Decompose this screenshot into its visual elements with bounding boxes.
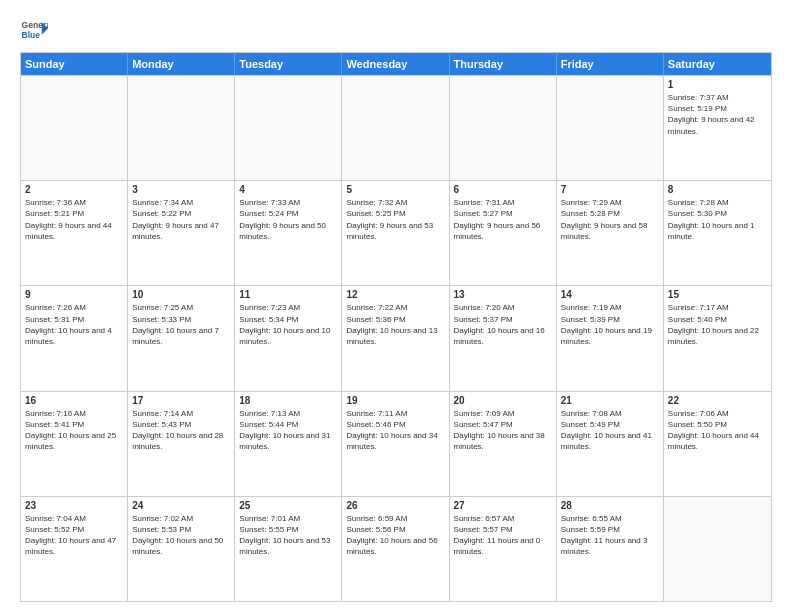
day-number: 16 <box>25 395 123 406</box>
day-info: Sunrise: 7:32 AM Sunset: 5:25 PM Dayligh… <box>346 197 444 242</box>
day-number: 3 <box>132 184 230 195</box>
day-cell-23: 23Sunrise: 7:04 AM Sunset: 5:52 PM Dayli… <box>21 497 128 601</box>
day-info: Sunrise: 7:11 AM Sunset: 5:46 PM Dayligh… <box>346 408 444 453</box>
day-info: Sunrise: 6:57 AM Sunset: 5:57 PM Dayligh… <box>454 513 552 558</box>
day-cell-5: 5Sunrise: 7:32 AM Sunset: 5:25 PM Daylig… <box>342 181 449 285</box>
day-number: 6 <box>454 184 552 195</box>
day-info: Sunrise: 7:14 AM Sunset: 5:43 PM Dayligh… <box>132 408 230 453</box>
day-cell-7: 7Sunrise: 7:29 AM Sunset: 5:28 PM Daylig… <box>557 181 664 285</box>
day-number: 8 <box>668 184 767 195</box>
empty-cell-0-1 <box>128 76 235 180</box>
day-info: Sunrise: 7:25 AM Sunset: 5:33 PM Dayligh… <box>132 302 230 347</box>
calendar-body: 1Sunrise: 7:37 AM Sunset: 5:19 PM Daylig… <box>21 75 771 601</box>
day-cell-8: 8Sunrise: 7:28 AM Sunset: 5:30 PM Daylig… <box>664 181 771 285</box>
day-cell-20: 20Sunrise: 7:09 AM Sunset: 5:47 PM Dayli… <box>450 392 557 496</box>
day-cell-28: 28Sunrise: 6:55 AM Sunset: 5:59 PM Dayli… <box>557 497 664 601</box>
weekday-header-tuesday: Tuesday <box>235 53 342 75</box>
empty-cell-0-0 <box>21 76 128 180</box>
day-number: 23 <box>25 500 123 511</box>
empty-cell-0-4 <box>450 76 557 180</box>
calendar-row-2: 2Sunrise: 7:36 AM Sunset: 5:21 PM Daylig… <box>21 180 771 285</box>
day-number: 15 <box>668 289 767 300</box>
day-info: Sunrise: 7:19 AM Sunset: 5:39 PM Dayligh… <box>561 302 659 347</box>
day-cell-13: 13Sunrise: 7:20 AM Sunset: 5:37 PM Dayli… <box>450 286 557 390</box>
day-number: 24 <box>132 500 230 511</box>
empty-cell-0-2 <box>235 76 342 180</box>
weekday-header-sunday: Sunday <box>21 53 128 75</box>
day-cell-6: 6Sunrise: 7:31 AM Sunset: 5:27 PM Daylig… <box>450 181 557 285</box>
day-cell-1: 1Sunrise: 7:37 AM Sunset: 5:19 PM Daylig… <box>664 76 771 180</box>
day-cell-12: 12Sunrise: 7:22 AM Sunset: 5:36 PM Dayli… <box>342 286 449 390</box>
empty-cell-0-3 <box>342 76 449 180</box>
day-number: 11 <box>239 289 337 300</box>
day-cell-4: 4Sunrise: 7:33 AM Sunset: 5:24 PM Daylig… <box>235 181 342 285</box>
day-info: Sunrise: 7:08 AM Sunset: 5:49 PM Dayligh… <box>561 408 659 453</box>
day-cell-3: 3Sunrise: 7:34 AM Sunset: 5:22 PM Daylig… <box>128 181 235 285</box>
day-cell-26: 26Sunrise: 6:59 AM Sunset: 5:56 PM Dayli… <box>342 497 449 601</box>
calendar-row-5: 23Sunrise: 7:04 AM Sunset: 5:52 PM Dayli… <box>21 496 771 601</box>
empty-cell-0-5 <box>557 76 664 180</box>
day-number: 5 <box>346 184 444 195</box>
day-info: Sunrise: 7:36 AM Sunset: 5:21 PM Dayligh… <box>25 197 123 242</box>
day-cell-19: 19Sunrise: 7:11 AM Sunset: 5:46 PM Dayli… <box>342 392 449 496</box>
day-info: Sunrise: 7:23 AM Sunset: 5:34 PM Dayligh… <box>239 302 337 347</box>
day-info: Sunrise: 7:01 AM Sunset: 5:55 PM Dayligh… <box>239 513 337 558</box>
weekday-header-monday: Monday <box>128 53 235 75</box>
day-info: Sunrise: 7:37 AM Sunset: 5:19 PM Dayligh… <box>668 92 767 137</box>
day-number: 27 <box>454 500 552 511</box>
day-number: 12 <box>346 289 444 300</box>
day-number: 22 <box>668 395 767 406</box>
day-number: 13 <box>454 289 552 300</box>
day-info: Sunrise: 7:13 AM Sunset: 5:44 PM Dayligh… <box>239 408 337 453</box>
day-number: 4 <box>239 184 337 195</box>
day-cell-27: 27Sunrise: 6:57 AM Sunset: 5:57 PM Dayli… <box>450 497 557 601</box>
day-number: 18 <box>239 395 337 406</box>
calendar-row-3: 9Sunrise: 7:26 AM Sunset: 5:31 PM Daylig… <box>21 285 771 390</box>
day-number: 20 <box>454 395 552 406</box>
day-number: 28 <box>561 500 659 511</box>
day-info: Sunrise: 7:04 AM Sunset: 5:52 PM Dayligh… <box>25 513 123 558</box>
calendar: SundayMondayTuesdayWednesdayThursdayFrid… <box>20 52 772 602</box>
day-cell-10: 10Sunrise: 7:25 AM Sunset: 5:33 PM Dayli… <box>128 286 235 390</box>
day-info: Sunrise: 7:28 AM Sunset: 5:30 PM Dayligh… <box>668 197 767 242</box>
day-cell-15: 15Sunrise: 7:17 AM Sunset: 5:40 PM Dayli… <box>664 286 771 390</box>
day-info: Sunrise: 7:34 AM Sunset: 5:22 PM Dayligh… <box>132 197 230 242</box>
day-cell-14: 14Sunrise: 7:19 AM Sunset: 5:39 PM Dayli… <box>557 286 664 390</box>
day-info: Sunrise: 7:22 AM Sunset: 5:36 PM Dayligh… <box>346 302 444 347</box>
day-number: 14 <box>561 289 659 300</box>
day-number: 26 <box>346 500 444 511</box>
day-number: 2 <box>25 184 123 195</box>
empty-cell-4-6 <box>664 497 771 601</box>
day-info: Sunrise: 6:55 AM Sunset: 5:59 PM Dayligh… <box>561 513 659 558</box>
day-info: Sunrise: 6:59 AM Sunset: 5:56 PM Dayligh… <box>346 513 444 558</box>
day-info: Sunrise: 7:20 AM Sunset: 5:37 PM Dayligh… <box>454 302 552 347</box>
day-cell-24: 24Sunrise: 7:02 AM Sunset: 5:53 PM Dayli… <box>128 497 235 601</box>
day-info: Sunrise: 7:16 AM Sunset: 5:41 PM Dayligh… <box>25 408 123 453</box>
day-cell-17: 17Sunrise: 7:14 AM Sunset: 5:43 PM Dayli… <box>128 392 235 496</box>
weekday-header-thursday: Thursday <box>450 53 557 75</box>
day-info: Sunrise: 7:06 AM Sunset: 5:50 PM Dayligh… <box>668 408 767 453</box>
day-info: Sunrise: 7:17 AM Sunset: 5:40 PM Dayligh… <box>668 302 767 347</box>
day-info: Sunrise: 7:33 AM Sunset: 5:24 PM Dayligh… <box>239 197 337 242</box>
day-number: 1 <box>668 79 767 90</box>
weekday-header-friday: Friday <box>557 53 664 75</box>
day-number: 17 <box>132 395 230 406</box>
day-number: 9 <box>25 289 123 300</box>
calendar-row-4: 16Sunrise: 7:16 AM Sunset: 5:41 PM Dayli… <box>21 391 771 496</box>
day-number: 19 <box>346 395 444 406</box>
page: General Blue SundayMondayTuesdayWednesda… <box>0 0 792 612</box>
day-cell-9: 9Sunrise: 7:26 AM Sunset: 5:31 PM Daylig… <box>21 286 128 390</box>
svg-text:Blue: Blue <box>22 30 41 40</box>
day-cell-22: 22Sunrise: 7:06 AM Sunset: 5:50 PM Dayli… <box>664 392 771 496</box>
day-cell-18: 18Sunrise: 7:13 AM Sunset: 5:44 PM Dayli… <box>235 392 342 496</box>
logo: General Blue <box>20 16 48 44</box>
day-cell-25: 25Sunrise: 7:01 AM Sunset: 5:55 PM Dayli… <box>235 497 342 601</box>
day-cell-11: 11Sunrise: 7:23 AM Sunset: 5:34 PM Dayli… <box>235 286 342 390</box>
day-info: Sunrise: 7:09 AM Sunset: 5:47 PM Dayligh… <box>454 408 552 453</box>
day-number: 10 <box>132 289 230 300</box>
day-info: Sunrise: 7:02 AM Sunset: 5:53 PM Dayligh… <box>132 513 230 558</box>
weekday-header-saturday: Saturday <box>664 53 771 75</box>
day-cell-16: 16Sunrise: 7:16 AM Sunset: 5:41 PM Dayli… <box>21 392 128 496</box>
day-number: 21 <box>561 395 659 406</box>
day-info: Sunrise: 7:31 AM Sunset: 5:27 PM Dayligh… <box>454 197 552 242</box>
